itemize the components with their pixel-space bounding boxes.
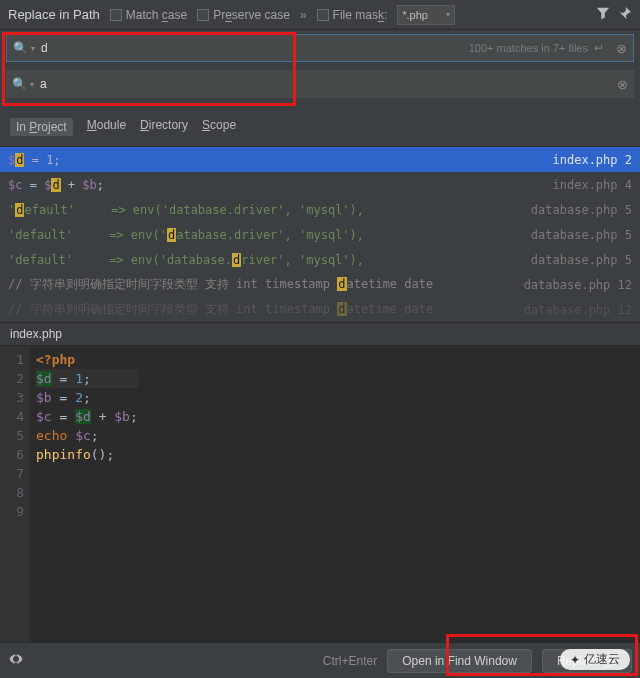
scope-tabs: In Project Module Directory Scope <box>0 112 640 146</box>
editor-code: <?php$d = 1;$b = 2;$c = $d + $b;echo $c;… <box>30 346 138 660</box>
result-row[interactable]: 'default' => env('database.driver', 'mys… <box>0 222 640 247</box>
search-history-icon[interactable]: ▾ <box>31 44 35 53</box>
open-find-window-button[interactable]: Open in Find Window <box>387 649 532 673</box>
replace-icon: 🔍 <box>12 77 27 91</box>
match-count: 100+ matches in 7+ files ↵ ⊗ <box>469 41 627 56</box>
shortcut-hint: Ctrl+Enter <box>323 654 377 668</box>
chevron-down-icon: ▾ <box>446 10 450 19</box>
replace-value: a <box>40 77 47 91</box>
newline-icon[interactable]: ↵ <box>594 41 604 55</box>
results-list: $d = 1;index.php 2$c = $d + $b;index.php… <box>0 146 640 322</box>
search-value: d <box>41 41 48 55</box>
more-options-icon[interactable]: » <box>300 8 307 22</box>
file-mask-input[interactable]: *.php▾ <box>397 5 455 25</box>
match-case-checkbox[interactable]: Match case <box>110 8 187 22</box>
preserve-case-checkbox[interactable]: Preserve case <box>197 8 290 22</box>
tab-module[interactable]: Module <box>87 118 126 136</box>
replace-history-icon[interactable]: ▾ <box>30 80 34 89</box>
bottom-bar: Ctrl+Enter Open in Find Window Replace A… <box>0 642 640 678</box>
preview-filename: index.php <box>0 322 640 346</box>
result-row[interactable]: $c = $d + $b;index.php 4 <box>0 172 640 197</box>
dialog-title: Replace in Path <box>8 7 100 22</box>
result-row[interactable]: // 字符串则明确指定时间字段类型 支持 int timestamp datet… <box>0 297 640 322</box>
replace-all-button[interactable]: Replace All <box>542 649 632 673</box>
gear-icon[interactable] <box>8 651 24 670</box>
code-editor[interactable]: 123456789 <?php$d = 1;$b = 2;$c = $d + $… <box>0 346 640 660</box>
file-mask-checkbox[interactable]: File mask: <box>317 8 388 22</box>
result-row[interactable]: 'default' => env('database.driver', 'mys… <box>0 197 640 222</box>
tab-scope[interactable]: Scope <box>202 118 236 136</box>
tab-in-project[interactable]: In Project <box>10 118 73 136</box>
result-row[interactable]: $d = 1;index.php 2 <box>0 147 640 172</box>
replace-field[interactable]: 🔍 ▾ a ⊗ <box>6 70 634 98</box>
result-row[interactable]: 'default' => env('database.driver', 'mys… <box>0 247 640 272</box>
result-row[interactable]: // 字符串则明确指定时间字段类型 支持 int timestamp datet… <box>0 272 640 297</box>
search-field[interactable]: 🔍 ▾ d 100+ matches in 7+ files ↵ ⊗ <box>6 34 634 62</box>
clear-replace-icon[interactable]: ⊗ <box>617 77 628 92</box>
filter-icon[interactable] <box>596 6 610 23</box>
clear-search-icon[interactable]: ⊗ <box>616 41 627 56</box>
search-icon: 🔍 <box>13 41 28 55</box>
search-area: 🔍 ▾ d 100+ matches in 7+ files ↵ ⊗ 🔍 ▾ a… <box>0 30 640 112</box>
tab-directory[interactable]: Directory <box>140 118 188 136</box>
editor-gutter: 123456789 <box>0 346 30 660</box>
top-bar: Replace in Path Match case Preserve case… <box>0 0 640 30</box>
pin-icon[interactable] <box>618 6 632 23</box>
